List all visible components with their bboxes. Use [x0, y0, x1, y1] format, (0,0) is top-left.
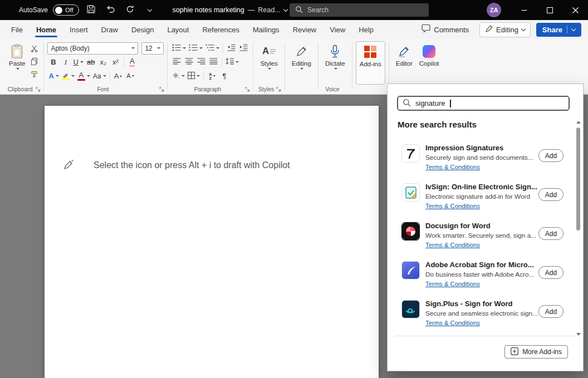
- save-icon: [87, 5, 95, 15]
- text-effects-button[interactable]: A: [47, 70, 60, 82]
- addin-list-item[interactable]: Adobe Acrobat Sign for Micro... Do busin…: [388, 257, 574, 296]
- addin-list-item[interactable]: IvSign: On-line Electronic Sign... Elect…: [388, 179, 574, 218]
- align-left-button[interactable]: [171, 56, 183, 68]
- add-addin-button[interactable]: Add: [538, 227, 564, 240]
- addin-list-item[interactable]: Docusign for Word Work smarter. Securely…: [388, 218, 574, 257]
- maximize-button[interactable]: [537, 0, 562, 20]
- copy-button[interactable]: [28, 56, 40, 68]
- addin-list-item[interactable]: Impression Signatures Securely sign and …: [388, 140, 574, 179]
- strikethrough-button[interactable]: ab: [85, 56, 97, 68]
- add-addin-button[interactable]: Add: [538, 266, 564, 279]
- panel-scrollbar[interactable]: [575, 120, 581, 337]
- menu-tab-review[interactable]: Review: [286, 20, 324, 39]
- grow-font-button[interactable]: A: [112, 70, 124, 82]
- avatar[interactable]: ZA: [487, 3, 501, 17]
- dictate-button[interactable]: Dictate: [322, 41, 349, 85]
- scroll-down-icon[interactable]: [576, 333, 581, 336]
- paragraph-dialog-launcher[interactable]: [244, 86, 251, 92]
- clear-formatting-button[interactable]: A: [126, 56, 138, 68]
- scrollbar-thumb[interactable]: [576, 127, 580, 230]
- terms-conditions-link[interactable]: Terms & Conditions: [425, 203, 480, 209]
- styles-dialog-launcher[interactable]: [276, 86, 282, 92]
- comments-button[interactable]: Comments: [416, 22, 474, 37]
- styles-a-label: A: [262, 46, 269, 57]
- align-right-button[interactable]: [195, 56, 207, 68]
- shading-button[interactable]: [171, 70, 186, 82]
- font-dialog-launcher[interactable]: [158, 86, 165, 92]
- document-title[interactable]: sophie notes marketing — Read...: [173, 6, 287, 14]
- share-button[interactable]: Share: [536, 23, 581, 37]
- bold-button[interactable]: B: [47, 56, 59, 68]
- paste-button[interactable]: Paste: [6, 41, 28, 85]
- format-painter-button[interactable]: [28, 69, 40, 81]
- scroll-up-icon[interactable]: [576, 121, 581, 124]
- superscript-button[interactable]: x²: [110, 56, 121, 68]
- subscript-button[interactable]: x₂: [97, 56, 109, 68]
- addin-description: Work smarter. Securely send, sign a...: [425, 232, 536, 239]
- change-case-button[interactable]: Aa: [92, 70, 107, 82]
- borders-button[interactable]: [187, 70, 201, 82]
- copilot-draft-icon[interactable]: [62, 158, 75, 172]
- editor-button[interactable]: Editor: [393, 41, 416, 85]
- font-size-select[interactable]: 12: [141, 42, 164, 55]
- menu-tab-layout[interactable]: Layout: [160, 20, 195, 39]
- menu-tab-insert[interactable]: Insert: [63, 20, 95, 39]
- quick-access-menu-button[interactable]: [143, 3, 157, 17]
- add-addin-button[interactable]: Add: [538, 305, 564, 318]
- minimize-button[interactable]: [511, 0, 537, 20]
- styles-button[interactable]: A Styles: [257, 41, 281, 85]
- dropdown-arrow-icon: [199, 47, 203, 49]
- menu-tab-home[interactable]: Home: [30, 20, 63, 39]
- clipboard-group-label: Clipboard: [3, 86, 37, 92]
- menubar-right: Comments Editing Share: [416, 22, 581, 37]
- cut-button[interactable]: [28, 43, 40, 55]
- menu-tab-mailings[interactable]: Mailings: [246, 20, 286, 39]
- document-page[interactable]: Select the icon or press Alt + i to draf…: [45, 106, 379, 378]
- align-center-button[interactable]: [183, 56, 195, 68]
- save-button[interactable]: [84, 3, 99, 17]
- menu-tab-design[interactable]: Design: [125, 20, 160, 39]
- sort-button[interactable]: A Z: [206, 70, 218, 82]
- justify-button[interactable]: [208, 56, 219, 68]
- menu-tab-help[interactable]: Help: [352, 20, 380, 39]
- addins-search-input[interactable]: signature: [397, 96, 570, 111]
- undo-button[interactable]: [104, 3, 118, 17]
- menu-tab-draw[interactable]: Draw: [95, 20, 125, 39]
- shrink-font-button[interactable]: A: [125, 70, 136, 82]
- ribbon-tabs: File Home Insert Draw Design Layout Refe…: [4, 20, 380, 39]
- terms-conditions-link[interactable]: Terms & Conditions: [425, 281, 480, 287]
- add-addin-button[interactable]: Add: [538, 188, 564, 201]
- autosave-toggle[interactable]: Off: [53, 4, 79, 16]
- line-spacing-button[interactable]: [224, 56, 240, 68]
- italic-button[interactable]: I: [60, 56, 71, 68]
- close-button[interactable]: [562, 0, 588, 20]
- clipboard-dialog-launcher[interactable]: [35, 86, 41, 92]
- search-box[interactable]: [290, 3, 429, 17]
- menu-tab-view[interactable]: View: [323, 20, 352, 39]
- terms-conditions-link[interactable]: Terms & Conditions: [425, 164, 480, 170]
- show-paragraph-marks-button[interactable]: ¶: [218, 70, 230, 82]
- redo-button[interactable]: [123, 3, 138, 17]
- increase-indent-button[interactable]: [238, 42, 249, 54]
- bullet-list-button[interactable]: [171, 42, 187, 54]
- add-addin-button[interactable]: Add: [538, 149, 564, 162]
- editing-button[interactable]: Editing: [288, 41, 315, 85]
- underline-button[interactable]: U: [72, 56, 84, 68]
- terms-conditions-link[interactable]: Terms & Conditions: [425, 320, 480, 326]
- menu-tab-file[interactable]: File: [4, 20, 30, 39]
- font-name-select[interactable]: Aptos (Body): [47, 42, 138, 55]
- more-addins-button[interactable]: More Add-ins: [504, 345, 568, 359]
- search-input[interactable]: [307, 6, 423, 14]
- multilevel-list-button[interactable]: [204, 42, 220, 54]
- italic-label: I: [65, 58, 67, 66]
- menu-tab-references[interactable]: References: [195, 20, 246, 39]
- addins-button[interactable]: Add-ins: [356, 41, 385, 85]
- terms-conditions-link[interactable]: Terms & Conditions: [425, 242, 480, 248]
- highlight-color-button[interactable]: [61, 70, 76, 82]
- addin-list-item[interactable]: Sign.Plus - Sign for Word Secure and sea…: [388, 296, 574, 335]
- copilot-button[interactable]: Copilot: [416, 41, 443, 85]
- font-color-button[interactable]: A: [76, 70, 91, 82]
- editing-mode-dropdown[interactable]: Editing: [479, 22, 531, 37]
- decrease-indent-button[interactable]: [226, 42, 237, 54]
- numbered-list-button[interactable]: [188, 42, 204, 54]
